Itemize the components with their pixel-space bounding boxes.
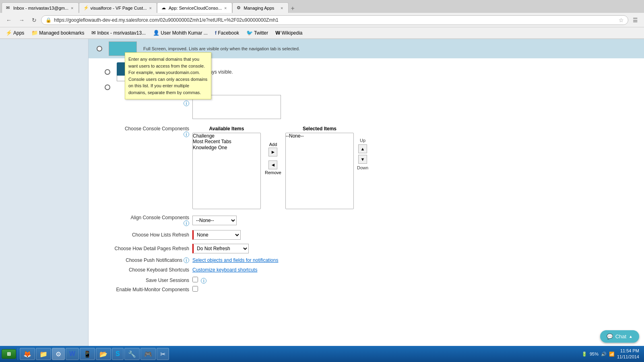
remove-button[interactable]: ◄ xyxy=(268,160,277,169)
forward-button[interactable]: → xyxy=(16,16,27,25)
chat-icon: 💬 xyxy=(607,333,613,339)
components-section: Available Items Challenge Most Recent Ta… xyxy=(192,126,368,209)
bookmark-star-icon[interactable]: ☆ xyxy=(619,17,624,23)
bookmarks-bar: ⚡ Apps 📁 Managed bookmarks ✉ Inbox - msr… xyxy=(0,27,644,39)
user-bookmark-icon: 👤 xyxy=(153,30,159,36)
taskbar-skype[interactable]: S xyxy=(112,348,124,360)
up-button[interactable]: ▲ xyxy=(358,144,367,153)
bookmark-apps[interactable]: ⚡ Apps xyxy=(3,29,27,37)
start-button[interactable]: ⊞ xyxy=(2,349,16,359)
align-console-info-icon[interactable]: i xyxy=(184,220,189,226)
layout-radio-3[interactable] xyxy=(105,84,110,90)
align-console-row: Align Console Components i --None-- xyxy=(97,215,636,226)
lock-icon: 🔒 xyxy=(45,17,52,23)
layout-radio-2[interactable] xyxy=(105,69,110,75)
tab-2[interactable]: ⚡ visualforce - VF Page Cust... × xyxy=(79,2,157,13)
multi-monitor-row: Enable Multi-Monitor Components xyxy=(97,286,636,293)
multi-monitor-label: Enable Multi-Monitor Components xyxy=(116,287,189,292)
available-item-recent-tabs[interactable]: Most Recent Tabs xyxy=(193,139,260,144)
align-console-select[interactable]: --None-- xyxy=(192,216,237,225)
keyboard-shortcuts-row: Choose Keyboard Shortcuts Customize keyb… xyxy=(97,267,636,273)
apps-bookmark-label: Apps xyxy=(13,30,24,36)
down-button[interactable]: ▼ xyxy=(358,155,367,164)
push-notifications-label-col: Choose Push Notifications i xyxy=(97,257,192,263)
save-sessions-label-col: Save User Sessions xyxy=(97,278,192,283)
taskbar-explorer[interactable]: 📁 xyxy=(36,348,51,360)
bookmark-facebook[interactable]: f Facebook xyxy=(213,29,242,37)
bookmark-twitter[interactable]: 🐦 Twitter xyxy=(244,29,270,37)
bookmark-inbox[interactable]: ✉ Inbox - msrivastav13... xyxy=(89,29,148,37)
taskbar-app3[interactable]: 🎮 xyxy=(140,348,156,360)
word-icon: W xyxy=(69,350,75,358)
menu-button[interactable]: ☰ xyxy=(630,16,641,25)
reload-button[interactable]: ↻ xyxy=(29,16,39,25)
available-item-challenge[interactable]: Challenge xyxy=(193,133,260,139)
date-text: 11/11/2014 xyxy=(617,354,639,360)
bookmark-wikipedia[interactable]: W Wikipedia xyxy=(273,29,305,37)
bookmark-managed[interactable]: 📁 Managed bookmarks xyxy=(29,29,87,37)
tab-close-1[interactable]: × xyxy=(70,6,74,10)
multi-monitor-checkbox[interactable] xyxy=(192,286,198,292)
tab-favicon-2: ⚡ xyxy=(83,5,89,11)
console-components-info-icon[interactable]: i xyxy=(184,132,189,137)
tab-3[interactable]: ☁ App: ServiceCloudConso... × xyxy=(157,2,232,13)
taskbar-chrome[interactable]: ⚙ xyxy=(52,348,65,360)
lists-refresh-value-col: None Automatic Manual xyxy=(192,230,241,240)
taskbar-files[interactable]: 📂 xyxy=(96,348,111,360)
add-button[interactable]: ► xyxy=(268,148,277,156)
lists-refresh-row: Choose How Lists Refresh None Automatic … xyxy=(97,230,636,240)
tab-title-3: App: ServiceCloudConso... xyxy=(169,6,222,10)
add-label: Add xyxy=(269,142,277,147)
back-button[interactable]: ← xyxy=(3,16,14,25)
detail-refresh-value-col: Do Not Refresh Automatic Manual xyxy=(192,244,249,253)
taskbar-firefox[interactable]: 🦊 xyxy=(20,348,35,360)
align-console-value-col: --None-- xyxy=(192,216,237,225)
tab-4[interactable]: ⚙ Managing Apps × xyxy=(232,2,289,13)
taskbar-app1[interactable]: 📱 xyxy=(80,348,95,360)
tab-close-2[interactable]: × xyxy=(149,6,153,10)
taskbar-word[interactable]: W xyxy=(66,348,79,360)
app2-icon: 🔧 xyxy=(128,350,136,358)
selected-item-none[interactable]: --None-- xyxy=(286,133,353,139)
battery-icon: 🔋 xyxy=(582,352,587,357)
lists-refresh-select[interactable]: None Automatic Manual xyxy=(192,230,241,240)
keyboard-shortcuts-link[interactable]: Customize keyboard shortcuts xyxy=(192,267,257,273)
save-sessions-checkbox[interactable] xyxy=(192,277,198,282)
nav-bar: ← → ↻ 🔒 https://googleflowauth-dev-ed.my… xyxy=(0,13,644,27)
facebook-bookmark-icon: f xyxy=(215,30,217,36)
skype-icon: S xyxy=(116,350,120,358)
taskbar-app4[interactable]: ✂ xyxy=(157,348,169,360)
multi-monitor-label-col: Enable Multi-Monitor Components xyxy=(97,287,192,292)
push-notifications-label: Choose Push Notifications xyxy=(126,257,182,263)
detail-refresh-select[interactable]: Do Not Refresh Automatic Manual xyxy=(192,244,249,253)
layout-radio-1[interactable] xyxy=(97,46,102,51)
inbox-bookmark-icon: ✉ xyxy=(91,30,96,36)
tooltip-text: Enter any external domains that you want… xyxy=(128,57,207,95)
tab-1[interactable]: ✉ Inbox - msrivastav13@gm... × xyxy=(2,2,79,13)
chat-button[interactable]: 💬 Chat ▲ xyxy=(600,330,639,343)
app3-icon: 🎮 xyxy=(144,350,152,358)
tab-close-4[interactable]: × xyxy=(280,6,284,10)
available-items-listbox[interactable]: Challenge Most Recent Tabs Knowledge One xyxy=(192,133,261,209)
console-components-label: Choose Console Components xyxy=(125,126,189,132)
explorer-icon: 📁 xyxy=(39,350,47,358)
whitelist-info-icon[interactable]: i xyxy=(184,101,189,106)
push-notifications-info-icon[interactable]: i xyxy=(184,257,189,263)
console-components-label-col: Choose Console Components i xyxy=(97,126,192,137)
address-bar[interactable]: 🔒 https://googleflowauth-dev-ed.my.sales… xyxy=(41,15,628,25)
tab-close-3[interactable]: × xyxy=(223,6,227,10)
available-item-knowledge[interactable]: Knowledge One xyxy=(193,145,260,150)
wikipedia-bookmark-label: Wikipedia xyxy=(282,30,303,36)
layout-row-pinned-left: Enter any external domains that you want… xyxy=(105,84,110,90)
detail-refresh-label-col: Choose How Detail Pages Refresh xyxy=(97,246,192,251)
bookmark-user[interactable]: 👤 User Mohith Kumar ... xyxy=(151,29,210,37)
add-remove-section: Add ► ◄ Remove xyxy=(261,126,285,175)
network-icon: 📶 xyxy=(609,352,615,357)
taskbar-app2[interactable]: 🔧 xyxy=(124,348,140,360)
push-notifications-link[interactable]: Select objects and fields for notificati… xyxy=(192,257,278,263)
selected-items-listbox[interactable]: --None-- xyxy=(285,133,354,209)
managed-bookmark-icon: 📁 xyxy=(31,30,38,36)
save-sessions-info-icon[interactable]: i xyxy=(201,278,206,284)
new-tab-button[interactable]: + xyxy=(289,4,297,13)
save-sessions-label: Save User Sessions xyxy=(146,278,189,283)
